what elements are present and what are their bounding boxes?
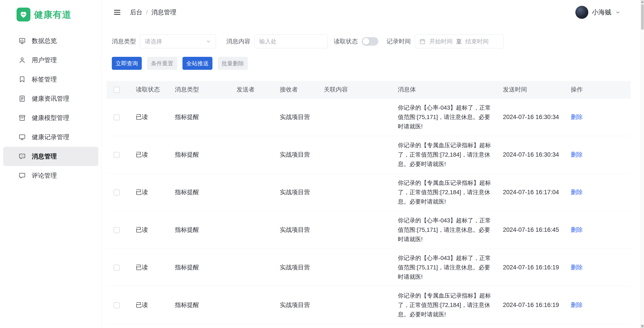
read-status-toggle[interactable]	[362, 37, 378, 46]
cell-message-type: 指标提醒	[170, 286, 231, 324]
cell-sender	[231, 286, 274, 324]
menu-fold-icon[interactable]	[113, 8, 122, 17]
cell-related-content	[318, 211, 392, 249]
end-time-placeholder: 结束时间	[465, 38, 488, 46]
sidebar-item-health-records[interactable]: 健康记录管理	[3, 128, 98, 147]
header-receiver: 接收者	[274, 81, 318, 98]
select-placeholder: 请选择	[145, 38, 162, 46]
table-row: 已读指标提醒实战项目营你记录的【专属血压记录指标】超标了，正常值范围:[72,1…	[106, 173, 630, 211]
table-row: 已读指标提醒实战项目营你记录的【心率-043】超标了，正常值范围:[75,171…	[106, 98, 630, 136]
sidebar-item-label: 数据总览	[32, 37, 57, 45]
sidebar-item-comments[interactable]: 评论管理	[3, 166, 98, 185]
header-send-time: 发送时间	[498, 81, 565, 98]
row-checkbox[interactable]	[114, 189, 120, 196]
scroll-down-arrow[interactable]	[641, 324, 644, 328]
cell-related-content	[318, 136, 392, 173]
breadcrumb: 后台 / 消息管理	[130, 8, 176, 17]
message-type-filter: 消息类型 请选择	[112, 35, 216, 48]
cell-related-content	[318, 286, 392, 324]
table-row: 已读指标提醒实战项目营你记录的【心率-043】超标了，正常值范围:[75,171…	[106, 211, 630, 249]
table-row: 已读指标提醒实战项目营你记录的【心率-043】超标了，正常值范围:[75,171…	[106, 249, 630, 286]
cell-read-status: 已读	[130, 211, 170, 249]
scrollbar-thumb[interactable]	[641, 4, 644, 30]
app-root: 健康有道 数据总览用户管理标签管理健康资讯管理健康模型管理健康记录管理消息管理评…	[0, 0, 644, 328]
delete-link[interactable]: 删除	[571, 189, 583, 196]
sidebar: 健康有道 数据总览用户管理标签管理健康资讯管理健康模型管理健康记录管理消息管理评…	[0, 0, 102, 328]
header-actions: 操作	[565, 81, 630, 98]
cell-receiver: 实战项目营	[274, 98, 318, 136]
scrollbar[interactable]	[640, 0, 644, 328]
sidebar-item-users[interactable]: 用户管理	[3, 51, 98, 70]
delete-link[interactable]: 删除	[571, 151, 583, 158]
cell-sender	[231, 173, 274, 211]
cell-receiver: 实战项目营	[274, 286, 318, 324]
cell-sender	[231, 98, 274, 136]
record-time-label: 记录时间	[386, 37, 411, 46]
sidebar-item-health-models[interactable]: 健康模型管理	[3, 108, 98, 128]
brand-name: 健康有道	[34, 9, 72, 21]
user-avatar	[575, 6, 588, 19]
delete-link[interactable]: 删除	[571, 264, 583, 271]
message-content-label: 消息内容	[226, 37, 250, 46]
chevron-down-icon	[206, 39, 211, 44]
row-checkbox[interactable]	[114, 152, 120, 158]
read-status-label: 读取状态	[334, 37, 358, 46]
message-body: 你记录的【专属血压记录指标】超标了，正常值范围:[72,184]，请注意休息。必…	[398, 141, 492, 169]
table-row: 已读指标提醒实战项目营你记录的【专属血压记录指标】超标了，正常值范围:[72,1…	[106, 136, 630, 173]
scroll-up-arrow[interactable]	[641, 0, 644, 4]
delete-link[interactable]: 删除	[571, 114, 583, 120]
record-time-filter: 记录时间 开始时间 至 结束时间	[386, 35, 504, 48]
topbar: 后台 / 消息管理 小海贼	[102, 0, 644, 25]
message-content-input[interactable]	[254, 35, 328, 48]
sidebar-item-label: 用户管理	[32, 56, 57, 65]
message-type-label: 消息类型	[112, 37, 136, 46]
sidebar-item-messages[interactable]: 消息管理	[3, 147, 98, 166]
sidebar-item-label: 健康模型管理	[32, 114, 69, 122]
row-checkbox[interactable]	[114, 227, 120, 233]
record-time-range-picker[interactable]: 开始时间 至 结束时间	[415, 35, 504, 48]
brand-logo: 健康有道	[0, 0, 102, 28]
message-content-filter: 消息内容	[226, 35, 328, 48]
cell-message-type: 指标提醒	[170, 173, 231, 211]
row-checkbox[interactable]	[114, 265, 120, 271]
send-time: 2024-07-16 16:17:04	[498, 173, 565, 211]
row-checkbox[interactable]	[114, 114, 120, 120]
select-all-checkbox[interactable]	[114, 87, 120, 93]
cell-message-type: 指标提醒	[170, 249, 231, 286]
toggle-knob	[363, 38, 370, 45]
delete-link[interactable]: 删除	[571, 226, 583, 233]
user-name: 小海贼	[592, 8, 611, 17]
cell-message-type: 指标提醒	[170, 136, 231, 173]
push-button[interactable]: 全站推送	[182, 57, 212, 70]
header-message-body: 消息体	[392, 81, 498, 98]
cell-read-status: 已读	[130, 173, 170, 211]
sidebar-item-label: 评论管理	[32, 171, 57, 180]
sidebar-item-label: 消息管理	[32, 152, 57, 161]
message-icon	[18, 153, 26, 160]
row-checkbox[interactable]	[114, 302, 120, 308]
header-related-content: 关联内容	[318, 81, 392, 98]
message-body: 你记录的【专属血压记录指标】超标了，正常值范围:[72,184]，请注意休息。必…	[398, 291, 492, 319]
query-button[interactable]: 立即查询	[112, 57, 142, 70]
delete-link[interactable]: 删除	[571, 301, 583, 308]
box-icon	[18, 114, 26, 122]
user-menu[interactable]: 小海贼	[575, 6, 621, 19]
main-area: 后台 / 消息管理 小海贼 消息类型 请选择	[102, 0, 644, 328]
document-icon	[18, 95, 26, 103]
send-time: 2024-07-16 16:30:34	[498, 136, 565, 173]
breadcrumb-root[interactable]: 后台	[130, 8, 142, 17]
action-bar: 立即查询 条件重置 全站推送 批量删除	[112, 57, 644, 70]
batch-delete-button[interactable]: 批量删除	[218, 57, 248, 70]
sidebar-item-overview[interactable]: 数据总览	[3, 31, 98, 51]
breadcrumb-current: 消息管理	[152, 8, 176, 17]
sidebar-item-tags[interactable]: 标签管理	[3, 70, 98, 89]
sidebar-item-health-news[interactable]: 健康资讯管理	[3, 89, 98, 108]
cell-sender	[231, 249, 274, 286]
send-time: 2024-07-16 16:30:34	[498, 98, 565, 136]
reset-button[interactable]: 条件重置	[147, 57, 177, 70]
calendar-icon	[419, 38, 426, 45]
monitor-icon	[18, 133, 26, 141]
header-read-status: 读取状态	[130, 81, 170, 98]
message-type-select[interactable]: 请选择	[140, 35, 216, 48]
cell-read-status: 已读	[130, 136, 170, 173]
